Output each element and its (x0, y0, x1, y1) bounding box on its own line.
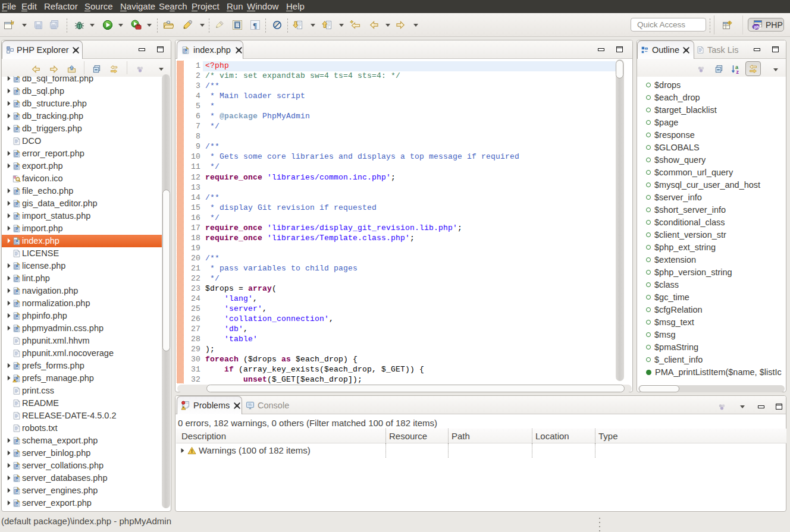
svg-text:z: z (736, 69, 739, 74)
svg-text:!: ! (191, 448, 193, 454)
